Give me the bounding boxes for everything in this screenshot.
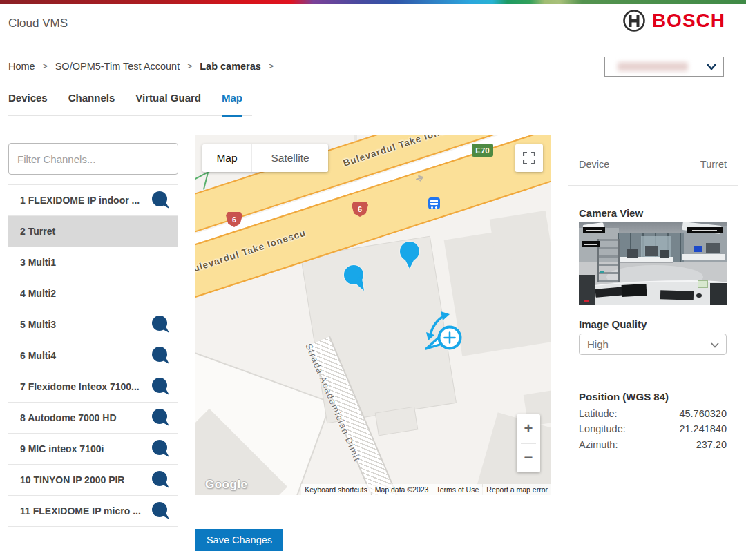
breadcrumb-separator: > (187, 61, 192, 71)
panel-divider (568, 185, 738, 186)
on-map-pin-icon (152, 409, 170, 427)
channel-item[interactable]: 6 Multi4 (8, 340, 178, 371)
snapshot-overlay-label (583, 227, 605, 233)
channel-label: 9 MIC inteox 7100i (20, 443, 152, 454)
map-data-copyright: Map data ©2023 (372, 484, 432, 495)
on-map-pin-icon (152, 378, 170, 396)
satellite-view-button[interactable]: Satellite (252, 144, 328, 172)
snapshot-shape (710, 283, 727, 305)
bosch-anchor-icon (622, 9, 646, 32)
tab-virtual-guard[interactable]: Virtual Guard (135, 92, 201, 115)
account-dropdown[interactable] (604, 57, 724, 77)
channel-item[interactable]: 8 Autodome 7000 HD (8, 403, 178, 434)
breadcrumb-home[interactable]: Home (8, 61, 35, 72)
channel-item[interactable]: 1 FLEXIDOME IP indoor ... (8, 185, 178, 216)
fullscreen-button[interactable] (515, 144, 543, 172)
breadcrumb-account[interactable]: SO/OPM5-Tim Test Account (55, 61, 180, 72)
snapshot-shape (660, 290, 694, 300)
map-attribution: Keyboard shortcuts Map data ©2023 Terms … (300, 484, 551, 495)
camera-map-marker[interactable] (343, 264, 367, 292)
tab-devices[interactable]: Devices (8, 92, 48, 115)
channel-item[interactable]: 4 Multi2 (8, 278, 178, 309)
filter-channels-input[interactable] (8, 143, 178, 175)
terms-of-use-link[interactable]: Terms of Use (432, 484, 482, 495)
channel-list: 1 FLEXIDOME IP indoor ... 2 Turret 3 Mul… (8, 184, 178, 527)
on-map-pin-icon (152, 471, 170, 489)
on-map-pin-icon (152, 440, 170, 458)
position-field-azimuth: Azimuth: 237.20 (579, 439, 727, 450)
snapshot-shape (619, 257, 673, 262)
cloud-vms-app: Cloud VMS BOSCH Home > SO/OPM5-Tim Test … (0, 0, 746, 560)
chevron-down-icon (706, 63, 717, 71)
channel-label: 8 Autodome 7000 HD (20, 412, 152, 423)
channel-item[interactable]: 11 FLEXIDOME IP micro ... (8, 496, 178, 527)
snapshot-shape (645, 246, 658, 256)
report-map-error-link[interactable]: Report a map error (483, 484, 551, 495)
channel-label: 7 Flexidome Inteox 7100... (20, 381, 152, 392)
map-canvas[interactable]: Strada Academician Dimit Bulevardul Take… (195, 135, 551, 495)
channel-item[interactable]: 7 Flexidome Inteox 7100... (8, 371, 178, 403)
zoom-control: + − (517, 414, 540, 472)
channel-label: 6 Multi4 (20, 350, 152, 361)
google-logo: Google (205, 478, 248, 492)
position-field-latitude: Latitude: 45.760320 (579, 408, 727, 419)
image-quality-select[interactable]: High (579, 334, 727, 355)
channel-item-selected[interactable]: 2 Turret (8, 216, 178, 247)
channel-label: 10 TINYON IP 2000 PIR (20, 474, 152, 485)
breadcrumb-separator: > (269, 61, 274, 71)
camera-snapshot (579, 222, 727, 305)
channel-item[interactable]: 5 Multi3 (8, 309, 178, 340)
tab-bar: Devices Channels Virtual Guard Map (8, 92, 252, 116)
tab-channels[interactable]: Channels (68, 92, 115, 115)
breadcrumb-separator: > (43, 61, 48, 71)
device-label: Device (579, 159, 609, 170)
bus-stop-icon[interactable] (428, 197, 440, 209)
image-quality-value: High (587, 338, 609, 350)
snapshot-shape (622, 284, 647, 297)
snapshot-overlay-label (582, 241, 600, 247)
on-map-pin-icon (152, 316, 170, 334)
bosch-supergraphic-stripe (0, 0, 746, 4)
channel-label: 3 Multi1 (20, 257, 178, 268)
zoom-in-button[interactable]: + (517, 414, 540, 443)
snapshot-shape (698, 280, 708, 288)
breadcrumb: Home > SO/OPM5-Tim Test Account > Lab ca… (8, 61, 281, 72)
channel-label: 2 Turret (20, 226, 178, 237)
map-type-control: Map Satellite (202, 144, 328, 172)
device-value: Turret (700, 159, 727, 170)
snapshot-shape (696, 293, 702, 298)
channel-item[interactable]: 3 Multi1 (8, 247, 178, 278)
position-heading: Position (WGS 84) (579, 391, 669, 403)
position-field-longitude: Longitude: 21.241840 (579, 423, 727, 434)
breadcrumb-lab-cameras[interactable]: Lab cameras (200, 61, 261, 72)
channel-label: 4 Multi2 (20, 288, 178, 299)
tab-map[interactable]: Map (222, 92, 242, 117)
field-label: Latitude: (579, 408, 618, 419)
channel-item[interactable]: 9 MIC inteox 7100i (8, 434, 178, 465)
map-view-button[interactable]: Map (202, 144, 252, 172)
channel-label: 1 FLEXIDOME IP indoor ... (20, 195, 152, 206)
on-map-pin-icon (152, 502, 170, 520)
snapshot-shape (627, 249, 638, 258)
snapshot-shape (694, 246, 702, 252)
keyboard-shortcuts-link[interactable]: Keyboard shortcuts (301, 484, 370, 495)
channel-item[interactable]: 10 TINYON IP 2000 PIR (8, 465, 178, 496)
selected-camera-placement-marker[interactable] (422, 306, 468, 353)
zoom-out-button[interactable]: − (517, 444, 540, 473)
field-value: 45.760320 (679, 408, 727, 419)
snapshot-shape (597, 239, 620, 282)
save-changes-button[interactable]: Save Changes (195, 529, 283, 551)
snapshot-shape (706, 243, 720, 253)
camera-view-heading: Camera View (579, 207, 643, 219)
bosch-logo: BOSCH (622, 9, 725, 32)
channel-label: 11 FLEXIDOME IP micro ... (20, 505, 152, 516)
camera-map-marker[interactable] (399, 242, 421, 269)
channel-label: 5 Multi3 (20, 319, 152, 330)
fullscreen-icon (523, 152, 535, 164)
snapshot-shape (660, 250, 669, 258)
bosch-wordmark: BOSCH (652, 10, 725, 32)
app-title: Cloud VMS (8, 17, 68, 30)
field-label: Azimuth: (579, 439, 618, 450)
image-quality-heading: Image Quality (579, 318, 647, 330)
device-row: Device Turret (579, 159, 727, 170)
